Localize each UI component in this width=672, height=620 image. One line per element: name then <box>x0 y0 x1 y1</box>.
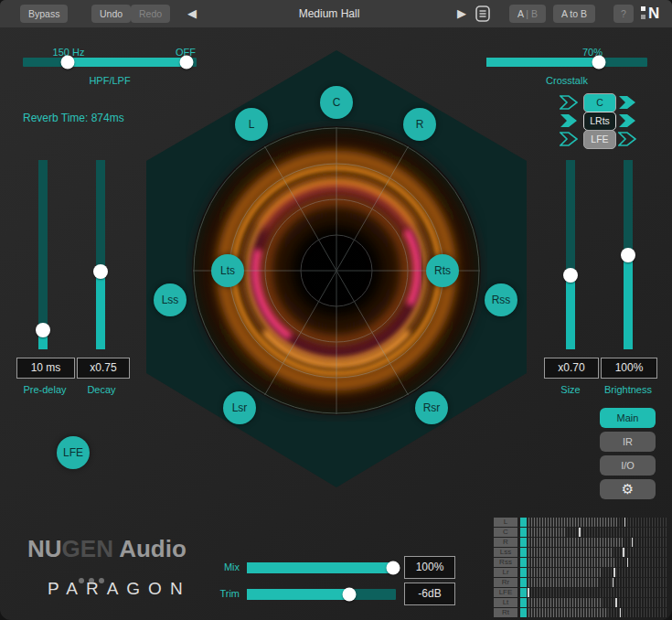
lpf-handle[interactable] <box>179 56 193 69</box>
channel-node-lfe[interactable]: LFE <box>57 436 90 469</box>
tab-ir[interactable]: IR <box>600 432 656 452</box>
trim-value[interactable]: -6dB <box>404 583 455 605</box>
channel-node-lss[interactable]: Lss <box>154 283 187 316</box>
channel-node-rss[interactable]: Rss <box>485 283 517 316</box>
channel-node-r[interactable]: R <box>403 108 436 141</box>
route-button-lrts[interactable]: LRts <box>583 112 616 131</box>
crosstalk-fill <box>486 58 599 67</box>
brand-dots-icon <box>79 571 119 576</box>
tab-main[interactable]: Main <box>600 408 656 428</box>
decay-value[interactable]: x0.75 <box>77 358 130 379</box>
trim-fill <box>247 589 349 600</box>
reverb-time-readout: Reverb Time: 874ms <box>23 112 187 124</box>
trim-label: Trim <box>203 588 240 599</box>
mix-value[interactable]: 100% <box>404 556 455 579</box>
predelay-handle[interactable] <box>36 323 50 337</box>
brightness-handle[interactable] <box>621 248 635 262</box>
crosstalk-value: 70% <box>565 47 620 58</box>
predelay-value[interactable]: 10 ms <box>16 358 75 379</box>
brightness-fill <box>624 255 633 350</box>
channel-node-l[interactable]: L <box>235 108 268 141</box>
mix-handle[interactable] <box>386 561 400 575</box>
size-handle[interactable] <box>563 268 578 283</box>
channel-node-rsr[interactable]: Rsr <box>415 391 448 424</box>
brand-name: NUGEN Audio <box>27 535 187 563</box>
trim-handle[interactable] <box>343 588 357 602</box>
route-button-c[interactable]: C <box>583 93 616 112</box>
crosstalk-slider[interactable] <box>486 58 647 67</box>
mix-fill <box>247 562 393 573</box>
route-out-chevron-lrts[interactable] <box>618 113 636 128</box>
channel-node-lsr[interactable]: Lsr <box>223 391 256 424</box>
size-slider[interactable] <box>566 160 575 349</box>
decay-fill <box>96 272 105 349</box>
brightness-value[interactable]: 100% <box>601 358 657 379</box>
mix-slider[interactable] <box>247 562 396 573</box>
hpf-handle[interactable] <box>61 56 75 69</box>
crosstalk-handle[interactable] <box>592 56 606 69</box>
channel-node-lts[interactable]: Lts <box>211 254 244 287</box>
product-name: PARAGON <box>48 579 191 599</box>
route-in-chevron-lrts[interactable] <box>560 113 578 128</box>
route-button-lfe[interactable]: LFE <box>583 130 616 149</box>
size-value[interactable]: x0.70 <box>544 358 599 379</box>
channel-node-c[interactable]: C <box>320 86 353 119</box>
decay-handle[interactable] <box>93 264 108 279</box>
hpf-lpf-slider[interactable] <box>23 58 197 67</box>
route-in-chevron-lfe[interactable] <box>560 132 578 146</box>
mix-label: Mix <box>203 561 240 572</box>
size-fill <box>566 275 575 349</box>
trim-slider[interactable] <box>247 589 396 600</box>
tab-io[interactable]: I/O <box>600 455 656 476</box>
route-in-chevron-c[interactable] <box>560 95 578 110</box>
channel-node-rts[interactable]: Rts <box>426 254 459 287</box>
route-out-chevron-lfe[interactable] <box>618 132 636 146</box>
settings-gear-icon[interactable]: ⚙ <box>600 479 656 499</box>
decay-label: Decay <box>65 384 138 395</box>
hpf-lpf-fill <box>68 58 186 67</box>
decay-slider[interactable] <box>96 160 105 349</box>
hpf-lpf-label: HPF/LPF <box>55 75 165 86</box>
route-out-chevron-c[interactable] <box>618 95 636 110</box>
brightness-label: Brightness <box>591 384 666 395</box>
brightness-slider[interactable] <box>624 160 633 349</box>
paragon-window: Bypass Undo Redo ◀ Medium Hall ▶ A | B A… <box>0 0 672 620</box>
crosstalk-label: Crosstalk <box>512 75 622 86</box>
predelay-slider[interactable] <box>38 160 48 349</box>
